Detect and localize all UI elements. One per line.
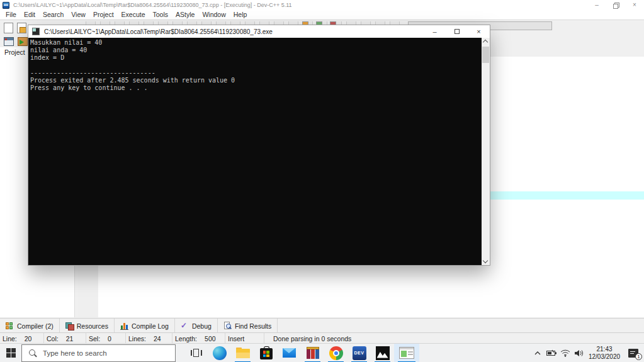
- status-sel: Sel:0: [86, 333, 126, 344]
- taskbar-app-devcpp[interactable]: DEV: [347, 344, 371, 362]
- open-file-icon[interactable]: [17, 23, 26, 33]
- taskbar-app-edge[interactable]: [208, 344, 231, 362]
- console-output[interactable]: Masukkan nilai = 40 nilai anda = 40 inde…: [28, 38, 482, 265]
- menu-search[interactable]: Search: [39, 10, 67, 20]
- console-line: nilai anda = 40: [30, 47, 482, 54]
- speaker-icon: [574, 349, 584, 357]
- main-window-controls: – ×: [587, 0, 644, 10]
- taskbar: DEV: [0, 343, 644, 362]
- menu-project[interactable]: Project: [89, 10, 118, 20]
- console-line: Press any key to continue . . .: [30, 84, 482, 92]
- taskbar-app-photos[interactable]: [371, 344, 394, 362]
- task-view-icon: [191, 349, 202, 358]
- bar-chart-icon: [120, 322, 128, 330]
- resources-layers-icon: [65, 322, 74, 330]
- console-close-button[interactable]: ×: [468, 25, 490, 38]
- menu-tools[interactable]: Tools: [149, 10, 172, 20]
- tray-show-hidden-icons[interactable]: [531, 344, 545, 362]
- console-minimize-button[interactable]: –: [424, 25, 446, 38]
- devcpp-icon: DEV: [353, 346, 366, 360]
- scroll-up-icon[interactable]: [483, 40, 488, 45]
- chevron-up-icon: [534, 351, 541, 356]
- maximize-icon: [455, 29, 460, 34]
- compiler-grid-icon: [6, 322, 14, 330]
- goto-icon[interactable]: [18, 37, 28, 46]
- file-explorer-icon: [236, 348, 250, 358]
- console-line: Process exited after 2.485 seconds with …: [30, 77, 482, 84]
- menu-view[interactable]: View: [67, 10, 89, 20]
- clock-date: 12/03/2020: [586, 353, 623, 361]
- report-tab-bar: Compiler (2) Resources Compile Log ✓ Deb…: [0, 318, 644, 333]
- console-maximize-button[interactable]: [446, 25, 468, 38]
- menu-execute[interactable]: Execute: [118, 10, 149, 20]
- start-button[interactable]: [0, 344, 21, 362]
- taskbar-app-active-window[interactable]: [394, 344, 419, 362]
- console-line: [30, 62, 482, 69]
- tray-battery[interactable]: [545, 344, 558, 362]
- menu-astyle[interactable]: AStyle: [172, 10, 198, 20]
- taskbar-app-chrome[interactable]: [324, 344, 347, 362]
- tab-find-results-label: Find Results: [235, 322, 271, 330]
- status-message: Done parsing in 0 seconds: [264, 333, 644, 344]
- wifi-icon: [560, 349, 570, 357]
- taskbar-search: [21, 344, 176, 362]
- console-scrollbar[interactable]: [482, 38, 490, 265]
- scrollbar-thumb[interactable]: [482, 47, 489, 63]
- find-magnifier-icon: [223, 322, 232, 330]
- tab-project[interactable]: Project: [4, 48, 25, 56]
- minimize-button[interactable]: –: [587, 0, 606, 10]
- status-col: Col:21: [44, 333, 86, 344]
- search-input[interactable]: [21, 344, 176, 362]
- console-titlebar[interactable]: C:\Users\LAILYC~1\AppData\Local\Temp\Rar…: [28, 25, 490, 38]
- battery-icon: [546, 349, 557, 357]
- photos-icon: [376, 346, 390, 360]
- console-app-icon: [32, 28, 40, 35]
- desktop-screen: C:\Users\LAILYC~1\AppData\Local\Temp\Rar…: [0, 0, 644, 362]
- windows-logo-icon: [6, 348, 16, 358]
- console-window-controls: – ×: [424, 25, 490, 38]
- tab-compiler-label: Compiler (2): [17, 322, 54, 330]
- console-title: C:\Users\LAILYC~1\AppData\Local\Temp\Rar…: [44, 28, 273, 35]
- scroll-down-icon[interactable]: [483, 258, 488, 263]
- main-window-title: C:\Users\LAILYC~1\AppData\Local\Temp\Rar…: [13, 2, 292, 8]
- console-window: C:\Users\LAILYC~1\AppData\Local\Temp\Rar…: [28, 25, 490, 265]
- store-icon: [260, 348, 273, 359]
- menu-help[interactable]: Help: [230, 10, 251, 20]
- clock-time: 21:43: [586, 346, 623, 353]
- status-mode: Insert: [225, 333, 264, 344]
- menu-bar: File Edit Search View Project Execute To…: [0, 10, 644, 20]
- close-button[interactable]: ×: [625, 0, 644, 10]
- system-tray: 21:43 12/03/2020 1: [531, 344, 644, 362]
- taskbar-app-store[interactable]: [254, 344, 278, 362]
- tab-debug[interactable]: ✓ Debug: [175, 319, 218, 333]
- menu-edit[interactable]: Edit: [20, 10, 39, 20]
- restore-icon: [613, 3, 618, 8]
- tray-volume[interactable]: [572, 344, 586, 362]
- tab-find-results[interactable]: Find Results: [218, 319, 278, 333]
- tab-compiler[interactable]: Compiler (2): [0, 319, 60, 333]
- task-view-button[interactable]: [184, 344, 208, 362]
- tab-resources[interactable]: Resources: [60, 319, 115, 333]
- status-length: Length:500: [172, 333, 225, 344]
- new-file-icon[interactable]: [4, 23, 13, 33]
- restore-button[interactable]: [606, 0, 625, 10]
- menu-window[interactable]: Window: [198, 10, 229, 20]
- action-center-button[interactable]: 1: [623, 344, 644, 362]
- console-line: index = D: [30, 54, 482, 62]
- status-lines: Lines:24: [126, 333, 172, 344]
- taskbar-app-file-explorer[interactable]: [231, 344, 254, 362]
- console-line: ---------------------------------: [30, 69, 482, 77]
- tab-compile-log[interactable]: Compile Log: [115, 319, 175, 333]
- tab-compile-log-label: Compile Log: [132, 322, 169, 330]
- insert-window-icon[interactable]: [4, 37, 14, 46]
- tab-debug-label: Debug: [192, 322, 212, 330]
- tray-wifi[interactable]: [558, 344, 572, 362]
- taskbar-app-winrar[interactable]: [301, 344, 324, 362]
- notification-badge: 1: [635, 353, 642, 360]
- menu-file[interactable]: File: [2, 10, 20, 20]
- active-window-icon: [399, 347, 414, 359]
- mail-icon: [283, 348, 296, 358]
- devcpp-app-icon: [3, 2, 9, 9]
- tray-clock[interactable]: 21:43 12/03/2020: [586, 346, 623, 361]
- taskbar-app-mail[interactable]: [278, 344, 301, 362]
